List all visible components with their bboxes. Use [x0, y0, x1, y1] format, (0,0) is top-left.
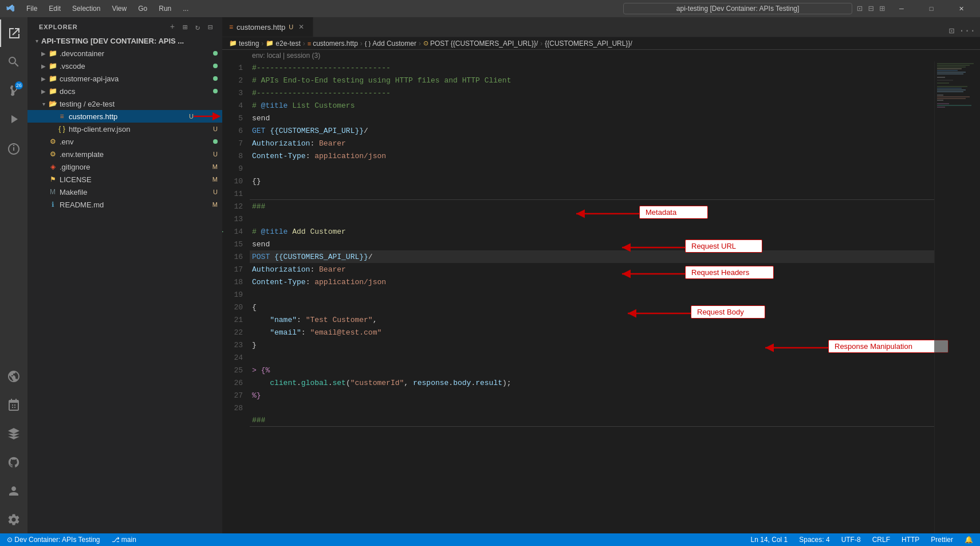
code-line-13: # @title Add Customer: [250, 225, 934, 238]
search-activity-icon[interactable]: [0, 48, 27, 76]
manage-activity-icon[interactable]: [0, 506, 27, 533]
menu-run[interactable]: Run: [154, 3, 176, 14]
makefile-badge: U: [213, 188, 218, 195]
status-formatter[interactable]: Prettier: [928, 536, 955, 544]
new-folder-icon[interactable]: ⊞: [180, 22, 190, 32]
run-debug-activity-icon[interactable]: [0, 105, 27, 133]
breadcrumb-testing[interactable]: 📁 testing: [229, 40, 259, 48]
source-control-activity-icon[interactable]: 26: [0, 77, 27, 104]
code-editor[interactable]: 1 2 3 4 5 6 7 8 9 10 11 12 13 ▶ 14 15 16…: [222, 61, 980, 533]
code-line-28: [250, 427, 934, 439]
sidebar-content: ▾ API-TESTING [DEV CONTAINER: APIS ... ▶…: [27, 34, 222, 533]
remote-activity-icon[interactable]: [0, 363, 27, 390]
maximize-button[interactable]: □: [918, 0, 944, 17]
minimap: [934, 61, 980, 533]
line-10: 10: [222, 175, 250, 187]
status-encoding[interactable]: UTF-8: [839, 536, 863, 544]
code-line-18: {: [250, 301, 934, 313]
explorer-activity-icon[interactable]: [0, 19, 27, 47]
status-cursor[interactable]: Ln 14, Col 1: [749, 536, 790, 544]
run-indicator[interactable]: ▶: [222, 228, 223, 235]
folder-open-icon: 📂: [48, 100, 57, 108]
tab-label: customers.http: [237, 23, 285, 32]
status-spaces[interactable]: Spaces: 4: [797, 536, 832, 544]
more-actions-icon[interactable]: ···: [959, 26, 975, 36]
extensions-activity-icon[interactable]: [0, 134, 27, 162]
code-line-12: ###: [250, 200, 934, 213]
new-file-icon[interactable]: +: [167, 22, 178, 32]
menu-edit[interactable]: Edit: [44, 3, 65, 14]
folder-bc-icon: 📁: [229, 40, 237, 47]
customers-http-badge: U: [189, 113, 194, 120]
code-line-21: }: [250, 339, 934, 351]
tree-item-http-env[interactable]: { } http-client.env.json U: [27, 123, 222, 135]
license-file-icon: ⚑: [48, 175, 57, 183]
line-7: 7: [222, 137, 250, 150]
status-branch[interactable]: ⎇ main: [109, 536, 139, 544]
breadcrumb-post[interactable]: ⊙ POST {{CUSTOMERS_API_URL}}/: [423, 40, 538, 48]
github-activity-icon[interactable]: [0, 449, 27, 476]
menu-more[interactable]: ...: [178, 3, 193, 14]
http-env-badge: U: [213, 125, 218, 132]
tree-item-devcontainer[interactable]: ▶ 📁 .devcontainer: [27, 47, 222, 60]
close-button[interactable]: ✕: [948, 0, 974, 17]
tree-item-makefile[interactable]: M Makefile U: [27, 186, 222, 198]
line-6: 6: [222, 124, 250, 137]
collapse-icon[interactable]: ⊟: [205, 22, 215, 32]
tree-item-env[interactable]: ⚙ .env: [27, 135, 222, 148]
tree-root[interactable]: ▾ API-TESTING [DEV CONTAINER: APIS ...: [27, 34, 222, 47]
code-line-26: [250, 402, 934, 414]
code-line-9: [250, 162, 934, 175]
docker-activity-icon[interactable]: [0, 420, 27, 447]
test-activity-icon[interactable]: [0, 391, 27, 419]
code-line-17: [250, 288, 934, 301]
tree-item-vscode[interactable]: ▶ 📁 .vscode: [27, 60, 222, 72]
breadcrumb-url-var[interactable]: {{CUSTOMERS_API_URL}}/: [545, 40, 632, 48]
menu-file[interactable]: File: [22, 3, 42, 14]
tree-item-license[interactable]: ⚑ LICENSE M: [27, 173, 222, 186]
breadcrumb-file[interactable]: ≡ customers.http: [308, 40, 358, 48]
code-line-25: %}: [250, 389, 934, 402]
tree-item-customers-http[interactable]: ≡ customers.http U: [27, 110, 222, 123]
breadcrumb-e2e[interactable]: 📁 e2e-test: [266, 40, 300, 48]
folder-arrow-icon: ▶: [39, 63, 48, 69]
refresh-icon[interactable]: ↻: [192, 22, 203, 32]
layout-options-icon[interactable]: ⊞: [879, 3, 885, 14]
minimize-button[interactable]: ─: [888, 0, 915, 17]
layout-icon[interactable]: ⊡: [857, 3, 863, 14]
line-20: 20: [222, 301, 250, 313]
tree-item-readme[interactable]: ℹ README.md M: [27, 198, 222, 211]
status-remote[interactable]: ⊙ Dev Container: APIs Testing: [5, 536, 103, 544]
menu-selection[interactable]: Selection: [68, 3, 105, 14]
env-bar: env: local | session (3): [222, 50, 980, 61]
status-language[interactable]: HTTP: [899, 536, 922, 544]
menu-view[interactable]: View: [107, 3, 131, 14]
line-9: 9: [222, 162, 250, 175]
split-editor-icon[interactable]: ⊟: [868, 3, 874, 14]
tab-close-button[interactable]: ✕: [297, 22, 306, 32]
status-eol[interactable]: CRLF: [870, 536, 892, 544]
split-right-icon[interactable]: ⊡: [949, 25, 955, 37]
code-line-3: #------------------------------: [250, 87, 934, 99]
env-template-badge: U: [213, 151, 218, 158]
tree-item-env-template[interactable]: ⚙ .env.template U: [27, 148, 222, 160]
title-search-input[interactable]: [623, 3, 852, 14]
code-line-6: GET {{CUSTOMERS_API_URL}}/: [250, 124, 934, 137]
status-dot: [213, 64, 218, 68]
tree-item-docs[interactable]: ▶ 📁 docs: [27, 85, 222, 97]
bc-sep3: ›: [360, 40, 363, 48]
status-notifications-icon[interactable]: 🔔: [962, 536, 975, 544]
code-line-11: [250, 187, 934, 200]
code-line-5: send: [250, 112, 934, 124]
tree-item-testing[interactable]: ▾ 📂 testing / e2e-test: [27, 97, 222, 110]
accounts-activity-icon[interactable]: [0, 477, 27, 505]
menu-go[interactable]: Go: [133, 3, 152, 14]
sidebar: EXPLORER + ⊞ ↻ ⊟ ▾ API-TESTING [DEV CONT…: [27, 17, 222, 533]
tree-item-gitignore[interactable]: ◈ .gitignore M: [27, 160, 222, 173]
code-line-7: Authorization: Bearer: [250, 137, 934, 150]
customers-http-tab[interactable]: ≡ customers.http U ✕: [222, 17, 313, 37]
code-content[interactable]: #------------------------------ # APIs E…: [250, 61, 934, 533]
tree-item-customer-api[interactable]: ▶ 📁 customer-api-java: [27, 72, 222, 85]
line-27: 27: [222, 389, 250, 402]
breadcrumb-add-customer[interactable]: { } Add Customer: [365, 40, 416, 48]
